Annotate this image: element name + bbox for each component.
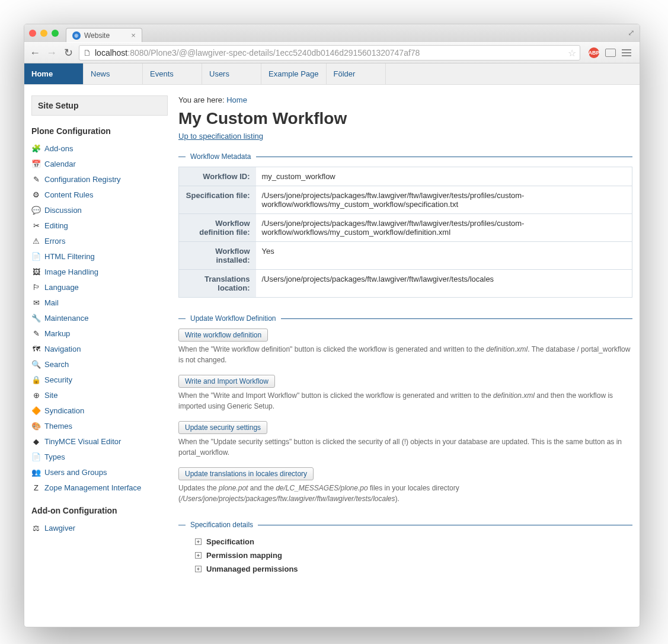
sidebar-item-label[interactable]: Markup bbox=[44, 329, 70, 338]
sidebar-item-label[interactable]: Errors bbox=[44, 237, 65, 246]
minimize-window-button[interactable] bbox=[40, 30, 47, 37]
zoom-window-button[interactable] bbox=[52, 30, 59, 37]
workflow-metadata-section: Workflow Metadata Workflow ID:my_custom_… bbox=[178, 152, 632, 298]
sidebar-item-html-filtering[interactable]: 📄HTML Filtering bbox=[31, 248, 168, 264]
sidebar-item-label[interactable]: TinyMCE Visual Editor bbox=[44, 437, 121, 446]
metadata-key: Workflow installed: bbox=[179, 242, 256, 270]
expand-icon[interactable]: + bbox=[195, 552, 202, 559]
back-button[interactable]: ← bbox=[29, 47, 41, 59]
action-description: Updates the plone.pot and the de/LC_MESS… bbox=[178, 483, 632, 504]
sidebar-item-image-handling[interactable]: 🖼Image Handling bbox=[31, 264, 168, 279]
sidebar-item-errors[interactable]: ⚠Errors bbox=[31, 233, 168, 248]
sidebar-item-navigation[interactable]: 🗺Navigation bbox=[31, 341, 168, 356]
sidebar-item-content-rules[interactable]: ⚙Content Rules bbox=[31, 187, 168, 202]
action-button-0[interactable]: Write workflow definition bbox=[178, 329, 268, 342]
sidebar-item-add-ons[interactable]: 🧩Add-ons bbox=[31, 141, 168, 156]
sidebar-item-language[interactable]: 🏳Language bbox=[31, 279, 168, 295]
sidebar-item-tinymce-visual-editor[interactable]: ◆TinyMCE Visual Editor bbox=[31, 433, 168, 449]
sidebar-item-label[interactable]: Add-ons bbox=[44, 144, 73, 153]
sidebar-icon: 👥 bbox=[31, 467, 41, 477]
sidebar-icon: 🗺 bbox=[31, 344, 41, 353]
sidebar-item-maintenance[interactable]: 🔧Maintenance bbox=[31, 310, 168, 326]
action-button-1[interactable]: Write and Import Workflow bbox=[178, 375, 275, 388]
metadata-value: my_custom_workflow bbox=[256, 167, 632, 186]
sidebar-icon: 📄 bbox=[31, 251, 41, 261]
sidebar-item-lawgiver[interactable]: ⚖Lawgiver bbox=[31, 520, 168, 535]
sidebar-item-label[interactable]: Content Rules bbox=[44, 190, 93, 199]
sidebar-item-configuration-registry[interactable]: ✎Configuration Registry bbox=[31, 171, 168, 187]
sidebar-item-discussion[interactable]: 💬Discussion bbox=[31, 202, 168, 218]
global-tab-example-page[interactable]: Example Page bbox=[261, 63, 327, 84]
sidebar-item-label[interactable]: Users and Groups bbox=[44, 468, 107, 477]
sidebar-item-calendar[interactable]: 📅Calendar bbox=[31, 156, 168, 171]
sidebar-item-label[interactable]: Calendar bbox=[44, 160, 76, 168]
sidebar-item-label[interactable]: Themes bbox=[44, 422, 72, 431]
sidebar-item-markup[interactable]: ✎Markup bbox=[31, 326, 168, 341]
sidebar-icon: 🔧 bbox=[31, 313, 41, 323]
expand-icon[interactable]: + bbox=[195, 566, 202, 572]
global-tab-földer[interactable]: Földer bbox=[327, 63, 386, 84]
sidebar-icon: Z bbox=[31, 483, 41, 492]
global-nav-tabs: HomeNewsEventsUsersExample PageFölder bbox=[24, 63, 640, 85]
sidebar-item-themes[interactable]: 🎨Themes bbox=[31, 418, 168, 433]
sidebar-item-label[interactable]: Mail bbox=[44, 298, 59, 307]
cast-extension-icon[interactable] bbox=[605, 49, 616, 57]
global-tab-home[interactable]: Home bbox=[24, 63, 84, 84]
sidebar-item-label[interactable]: Syndication bbox=[44, 406, 84, 415]
close-tab-icon[interactable]: × bbox=[131, 31, 136, 40]
sidebar-item-site[interactable]: ⊕Site bbox=[31, 387, 168, 403]
sidebar-item-label[interactable]: Maintenance bbox=[44, 314, 88, 323]
breadcrumb-home-link[interactable]: Home bbox=[226, 95, 247, 104]
action-button-2[interactable]: Update security settings bbox=[178, 421, 267, 434]
sidebar-item-label[interactable]: HTML Filtering bbox=[44, 252, 95, 261]
spec-tree-item[interactable]: +Specification bbox=[178, 535, 632, 549]
table-row: Workflow ID:my_custom_workflow bbox=[179, 167, 632, 186]
browser-tab[interactable]: ⊕ Website × bbox=[66, 28, 142, 42]
close-window-button[interactable] bbox=[29, 30, 36, 37]
global-tab-news[interactable]: News bbox=[84, 63, 143, 84]
sidebar-item-label[interactable]: Security bbox=[44, 375, 72, 384]
sidebar-item-label[interactable]: Types bbox=[44, 452, 65, 461]
action-button-3[interactable]: Update translations in locales directory bbox=[178, 467, 314, 480]
sidebar-item-zope-management-interface[interactable]: ZZope Management Interface bbox=[31, 480, 168, 495]
address-bar[interactable]: 🗋 localhost:8080/Plone3/@@lawgiver-spec-… bbox=[79, 45, 580, 60]
sidebar-item-label[interactable]: Search bbox=[44, 360, 69, 369]
sidebar-item-security[interactable]: 🔒Security bbox=[31, 372, 168, 387]
sidebar-icon: ◆ bbox=[31, 436, 41, 446]
sidebar-item-users-and-groups[interactable]: 👥Users and Groups bbox=[31, 464, 168, 480]
sidebar-item-label[interactable]: Editing bbox=[44, 221, 68, 230]
sidebar: Site Setup Plone Configuration 🧩Add-ons📅… bbox=[31, 95, 168, 592]
spec-tree-item[interactable]: +Permission mapping bbox=[178, 549, 632, 562]
chrome-menu-icon[interactable] bbox=[622, 49, 631, 56]
sidebar-item-search[interactable]: 🔍Search bbox=[31, 356, 168, 372]
abp-extension-icon[interactable]: ABP bbox=[589, 47, 599, 58]
sidebar-item-label[interactable]: Navigation bbox=[44, 345, 81, 353]
sidebar-item-label[interactable]: Discussion bbox=[44, 206, 82, 215]
expand-window-icon[interactable]: ⤢ bbox=[628, 28, 635, 37]
breadcrumb: You are here: Home bbox=[178, 95, 632, 104]
sidebar-header: Site Setup bbox=[31, 95, 168, 116]
metadata-value: Yes bbox=[256, 242, 632, 270]
browser-nav-bar: ← → ↻ 🗋 localhost:8080/Plone3/@@lawgiver… bbox=[24, 42, 640, 63]
up-to-listing-link[interactable]: Up to specification listing bbox=[178, 132, 263, 141]
spec-item-label: Unmanaged permissions bbox=[206, 565, 298, 573]
forward-button[interactable]: → bbox=[46, 47, 57, 59]
sidebar-item-label[interactable]: Site bbox=[44, 391, 57, 400]
sidebar-item-label[interactable]: Zope Management Interface bbox=[44, 483, 141, 492]
spec-tree-item[interactable]: +Unmanaged permissions bbox=[178, 562, 632, 576]
sidebar-item-types[interactable]: 📄Types bbox=[31, 449, 168, 464]
sidebar-item-label[interactable]: Image Handling bbox=[44, 267, 98, 276]
sidebar-item-label[interactable]: Configuration Registry bbox=[44, 175, 121, 184]
sidebar-item-mail[interactable]: ✉Mail bbox=[31, 295, 168, 310]
sidebar-item-editing[interactable]: ✂Editing bbox=[31, 218, 168, 233]
reload-button[interactable]: ↻ bbox=[62, 46, 74, 59]
bookmark-star-icon[interactable]: ☆ bbox=[568, 47, 576, 59]
sidebar-item-label[interactable]: Lawgiver bbox=[44, 524, 75, 533]
metadata-value: /Users/jone/projects/packages/ftw.lawgiv… bbox=[256, 214, 632, 242]
extension-icons: ABP bbox=[585, 47, 635, 58]
expand-icon[interactable]: + bbox=[195, 538, 202, 545]
sidebar-item-syndication[interactable]: 🔶Syndication bbox=[31, 403, 168, 418]
global-tab-users[interactable]: Users bbox=[202, 63, 261, 84]
sidebar-item-label[interactable]: Language bbox=[44, 283, 79, 292]
global-tab-events[interactable]: Events bbox=[143, 63, 202, 84]
